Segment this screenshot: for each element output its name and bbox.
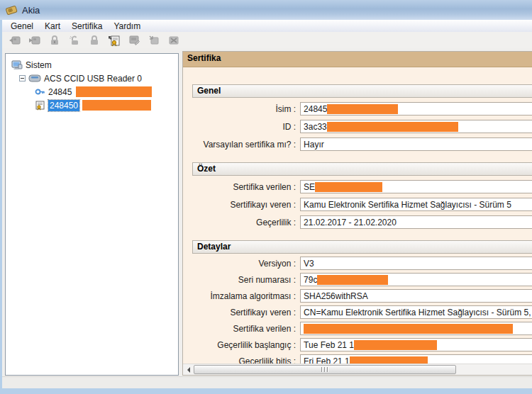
menu-sertifika[interactable]: Sertifika: [66, 21, 108, 32]
tree-item-reader[interactable]: ACS CCID USB Reader 0: [6, 72, 178, 85]
field-text: Tue Feb 21 1: [304, 340, 354, 350]
scrollbar-thumb[interactable]: [194, 365, 456, 374]
field-row-versiyon: Versiyon : V3: [192, 257, 532, 270]
field-label: Sertifikayı veren :: [192, 308, 296, 317]
tree-item-label: ACS CCID USB Reader 0: [44, 74, 142, 84]
tree-item-label-selected: 248450: [48, 100, 79, 111]
field-row-id: ID : 3ac33: [192, 120, 532, 133]
scroll-left-arrow-icon[interactable]: [183, 364, 194, 375]
menu-kart[interactable]: Kart: [39, 21, 66, 32]
field-value-sertifika-verilen[interactable]: SE: [300, 180, 532, 193]
field-text: Kamu Elektronik Sertifika Hizmet Sağlayı…: [304, 200, 511, 210]
redaction-block: [327, 122, 458, 132]
tree-item-label: 24845: [48, 87, 72, 97]
field-text: 79c: [304, 275, 317, 285]
app-icon: [5, 4, 18, 16]
field-label: İmzalama algoritması :: [192, 291, 296, 301]
field-label: ID :: [192, 122, 296, 132]
field-value-versiyon[interactable]: V3: [300, 257, 532, 270]
device-tree: Sistem ACS CCID USB Reader 0: [5, 53, 179, 376]
section-genel-header: Genel: [192, 84, 532, 98]
field-value-bitis[interactable]: Fri Feb 21 1: [300, 354, 532, 364]
show-certificate-icon[interactable]: [105, 32, 123, 48]
delete-certificate-icon[interactable]: [165, 32, 182, 48]
key-icon: [35, 87, 45, 96]
section-detaylar-header: Detaylar: [192, 240, 532, 254]
section-genel: Genel İsim : 24845 ID : 3ac33 V: [192, 84, 532, 151]
field-row-detay-veren: Sertifikayı veren : CN=Kamu Elektronik S…: [192, 305, 532, 319]
field-text: 3ac33: [304, 122, 327, 132]
field-label: Geçerlilik başlangıç :: [192, 340, 296, 350]
computer-icon: [11, 60, 23, 70]
tree-item-system[interactable]: Sistem: [6, 58, 178, 72]
field-label: Sertifika verilen :: [192, 324, 296, 334]
field-text: SE: [304, 182, 315, 192]
certificate-details: Genel İsim : 24845 ID : 3ac33 V: [183, 66, 532, 364]
field-label: Versiyon :: [192, 259, 296, 269]
field-value-id[interactable]: 3ac33: [300, 120, 532, 133]
field-text: SHA256withRSA: [304, 291, 368, 301]
field-label: Seri numarası :: [192, 275, 296, 285]
field-label: İsim :: [192, 104, 296, 114]
field-value-sertifikayi-veren[interactable]: Kamu Elektronik Sertifika Hizmet Sağlayı…: [300, 198, 532, 211]
field-row-detay-verilen: Sertifika verilen :: [192, 322, 532, 335]
field-text: Hayır: [304, 140, 324, 150]
field-row-baslangic: Geçerlilik başlangıç : Tue Feb 21 1: [192, 338, 532, 351]
field-value-detay-verilen[interactable]: [300, 322, 532, 335]
field-value-varsayilan[interactable]: Hayır: [300, 137, 532, 151]
field-value-baslangic[interactable]: Tue Feb 21 1: [300, 338, 532, 351]
section-detaylar: Detaylar Versiyon : V3 Seri numarası : 7…: [192, 240, 532, 364]
lock-icon[interactable]: [45, 32, 63, 48]
field-text: CN=Kamu Elektronik Sertifika Hizmet Sağl…: [304, 308, 532, 317]
titlebar[interactable]: Akia: [0, 0, 532, 20]
field-text: V3: [304, 259, 314, 269]
field-label: Geçerlilik :: [192, 218, 296, 227]
toolbar: [2, 32, 532, 49]
redaction-block: [82, 100, 151, 111]
menu-yardim[interactable]: Yardım: [108, 21, 146, 32]
sign-certificate-icon[interactable]: [125, 32, 143, 48]
certificate-panel-title: Sertifika: [183, 52, 532, 67]
card-reader-icon: [28, 74, 41, 83]
redaction-block: [327, 104, 398, 114]
redaction-block: [317, 275, 388, 285]
field-value-isim[interactable]: 24845: [300, 102, 532, 116]
field-row-sertifika-verilen: Sertifika verilen : SE: [192, 180, 532, 193]
status-bar: [2, 376, 532, 388]
card-eject-icon[interactable]: [26, 32, 43, 48]
redaction-block: [315, 182, 382, 192]
field-row-isim: İsim : 24845: [192, 102, 532, 116]
field-row-gecerlilik: Geçerlilik : 21.02.2017 - 21.02.2020: [192, 215, 532, 229]
tree-item-certificate[interactable]: 248450: [6, 98, 178, 112]
redaction-block: [350, 356, 428, 364]
import-certificate-icon[interactable]: [145, 32, 162, 48]
field-row-bitis: Geçerlilik bitiş : Fri Feb 21 1: [192, 354, 532, 364]
window-title: Akia: [22, 5, 40, 16]
section-ozet-header: Özet: [192, 162, 532, 176]
main-content: Sistem ACS CCID USB Reader 0: [2, 48, 532, 377]
field-label: Sertifikayı veren :: [192, 200, 296, 210]
tree-item-key[interactable]: 24845: [6, 85, 178, 98]
redaction-block: [304, 324, 513, 334]
field-value-seri-numarasi[interactable]: 79c: [300, 273, 532, 286]
field-text: 21.02.2017 - 21.02.2020: [304, 218, 397, 227]
field-label: Sertifika verilen :: [192, 182, 296, 192]
tree-item-label: Sistem: [26, 60, 52, 70]
redaction-block: [354, 340, 437, 350]
expander-minus-icon[interactable]: [19, 75, 26, 81]
horizontal-scrollbar[interactable]: [183, 364, 532, 375]
field-value-gecerlilik[interactable]: 21.02.2017 - 21.02.2020: [300, 215, 532, 229]
menu-genel[interactable]: Genel: [5, 21, 39, 32]
field-text: 24845: [304, 104, 327, 114]
card-insert-icon[interactable]: [6, 32, 23, 48]
field-row-varsayilan: Varsayılan sertifika mı? : Hayır: [192, 137, 532, 151]
section-ozet: Özet Sertifika verilen : SE Sertifikayı …: [192, 162, 532, 229]
field-row-imzalama: İmzalama algoritması : SHA256withRSA: [192, 289, 532, 303]
field-row-sertifikayi-veren: Sertifikayı veren : Kamu Elektronik Sert…: [192, 198, 532, 211]
certificate-panel: Sertifika Genel İsim : 24845 ID : 3ac33: [182, 51, 532, 376]
change-pin-icon[interactable]: [85, 32, 103, 48]
field-value-imzalama[interactable]: SHA256withRSA: [300, 289, 532, 303]
unlock-icon[interactable]: [65, 32, 83, 48]
redaction-block: [76, 86, 152, 97]
field-value-detay-veren[interactable]: CN=Kamu Elektronik Sertifika Hizmet Sağl…: [300, 305, 532, 319]
